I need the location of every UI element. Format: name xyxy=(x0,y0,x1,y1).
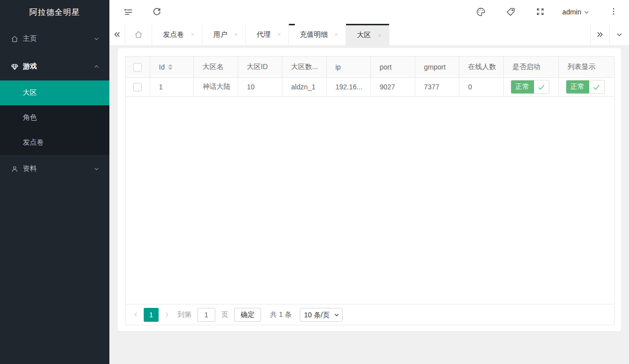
tab-ink-mark xyxy=(289,24,295,25)
user-icon xyxy=(11,165,18,173)
cell-online: 0 xyxy=(459,77,503,96)
refresh-icon[interactable] xyxy=(152,7,162,17)
data-table: Id 大区名 大区ID 大区数... ip xyxy=(125,56,615,325)
collapse-menu-icon[interactable] xyxy=(123,7,133,17)
column-header-area-name: 大区名 xyxy=(193,57,238,77)
column-header-area-db: 大区数... xyxy=(282,57,326,77)
tab-home[interactable] xyxy=(125,24,152,45)
tab-label: 充值明细 xyxy=(300,30,328,39)
sidebar-item-points[interactable]: 发点卷 xyxy=(0,130,109,155)
tabs-scroll-left-icon[interactable] xyxy=(109,24,125,45)
more-vertical-icon[interactable] xyxy=(609,7,619,17)
fullscreen-icon[interactable] xyxy=(536,7,545,17)
column-header-port: port xyxy=(370,57,415,77)
column-header-area-id: 大区ID xyxy=(238,57,282,77)
sidebar-item-profile[interactable]: 资料 xyxy=(0,155,109,183)
tab-label: 发点卷 xyxy=(163,30,184,39)
cell-area-db: aldzn_1 xyxy=(282,77,326,96)
column-header-enabled: 是否启动 xyxy=(503,57,558,77)
gem-icon xyxy=(11,63,18,71)
pagination-bar: 1 到第 页 确定 共 1 条 10 条/页 xyxy=(126,304,614,325)
column-header-gmport: gmport xyxy=(415,57,459,77)
home-icon xyxy=(11,35,18,43)
cell-area-name: 神话大陆 xyxy=(193,77,238,96)
close-icon[interactable] xyxy=(190,32,195,37)
next-page-icon[interactable] xyxy=(162,308,172,322)
palette-icon[interactable] xyxy=(476,7,486,17)
column-header-online: 在线人数 xyxy=(459,57,503,77)
chevron-down-icon xyxy=(583,9,589,15)
content-area: Id 大区名 大区ID 大区数... ip xyxy=(109,46,629,364)
tabs-menu-icon[interactable] xyxy=(609,24,629,45)
sidebar-item-label: 角色 xyxy=(23,113,37,122)
sidebar-item-label: 大区 xyxy=(23,88,37,97)
sidebar-item-label: 资料 xyxy=(23,164,93,173)
table-header-row: Id 大区名 大区ID 大区数... ip xyxy=(126,57,614,77)
tab-label: 代理 xyxy=(257,30,270,39)
cell-port: 9027 xyxy=(370,77,415,96)
sidebar-item-label: 发点卷 xyxy=(23,138,44,147)
sidebar-submenu-game: 大区 角色 发点卷 xyxy=(0,80,109,155)
check-icon xyxy=(534,80,549,93)
cell-gmport: 7377 xyxy=(415,77,459,96)
sidebar-item-label: 游戏 xyxy=(23,62,93,71)
goto-prefix-label: 到第 xyxy=(178,310,191,319)
check-icon xyxy=(589,80,604,93)
tab-agent[interactable]: 代理 xyxy=(246,24,289,45)
close-icon[interactable] xyxy=(234,32,238,37)
toggle-on-label: 正常 xyxy=(566,80,589,93)
sidebar-item-label: 主页 xyxy=(23,34,93,43)
page-size-select[interactable]: 10 条/页 xyxy=(300,308,343,322)
user-menu[interactable]: admin xyxy=(562,8,589,16)
column-header-listed: 列表显示 xyxy=(558,57,614,77)
sidebar: 阿拉德全明星 主页 游戏 大区 角色 xyxy=(0,0,109,364)
chevron-up-icon xyxy=(93,64,99,70)
chevron-down-icon xyxy=(93,36,99,42)
tag-icon[interactable] xyxy=(506,7,516,17)
chevron-down-icon xyxy=(93,166,99,172)
cell-ip: 192.16... xyxy=(326,77,370,96)
tab-recharge-detail[interactable]: 充值明细 xyxy=(289,24,346,45)
sidebar-item-game[interactable]: 游戏 xyxy=(0,53,109,80)
tab-bigarea[interactable]: 大区 xyxy=(346,24,389,45)
top-header: admin xyxy=(109,0,629,24)
tab-users[interactable]: 用户 xyxy=(202,24,246,45)
tab-points[interactable]: 发点卷 xyxy=(152,24,202,45)
toggle-on-label: 正常 xyxy=(511,80,534,93)
tab-label: 大区 xyxy=(357,31,371,40)
sidebar-item-bigarea[interactable]: 大区 xyxy=(0,80,109,105)
sidebar-menu: 主页 游戏 大区 角色 发点卷 xyxy=(0,25,109,183)
prev-page-icon[interactable] xyxy=(131,308,141,322)
username: admin xyxy=(562,8,581,16)
total-count-label: 共 1 条 xyxy=(270,310,292,319)
column-header-id: Id xyxy=(159,63,165,71)
sort-icon[interactable] xyxy=(168,64,173,70)
enabled-toggle[interactable]: 正常 xyxy=(511,80,549,94)
sidebar-item-role[interactable]: 角色 xyxy=(0,105,109,130)
goto-suffix-label: 页 xyxy=(221,310,228,319)
close-icon[interactable] xyxy=(277,32,281,37)
cell-area-id: 10 xyxy=(238,77,282,96)
row-checkbox[interactable] xyxy=(133,83,142,91)
table-card: Id 大区名 大区ID 大区数... ip xyxy=(118,48,621,331)
page-number-button[interactable]: 1 xyxy=(144,308,159,322)
column-header-ip: ip xyxy=(326,57,370,77)
sidebar-item-home[interactable]: 主页 xyxy=(0,25,109,53)
table-empty-space xyxy=(126,97,614,304)
listed-toggle[interactable]: 正常 xyxy=(566,80,605,94)
main-area: admin 发点卷 用户 xyxy=(109,0,629,364)
tab-bar: 发点卷 用户 代理 充值明细 大区 xyxy=(109,24,629,46)
table-row: 1 神话大陆 10 aldzn_1 192.16... 9027 7377 0 … xyxy=(126,77,614,96)
tabs-scroll-right-icon[interactable] xyxy=(590,24,609,45)
confirm-button[interactable]: 确定 xyxy=(234,308,261,322)
app-title: 阿拉德全明星 xyxy=(0,0,109,25)
close-icon[interactable] xyxy=(377,33,382,38)
goto-page-input[interactable] xyxy=(197,308,215,322)
cell-id: 1 xyxy=(150,77,193,96)
close-icon[interactable] xyxy=(334,32,339,37)
tab-label: 用户 xyxy=(213,30,227,39)
select-all-checkbox[interactable] xyxy=(133,63,142,72)
